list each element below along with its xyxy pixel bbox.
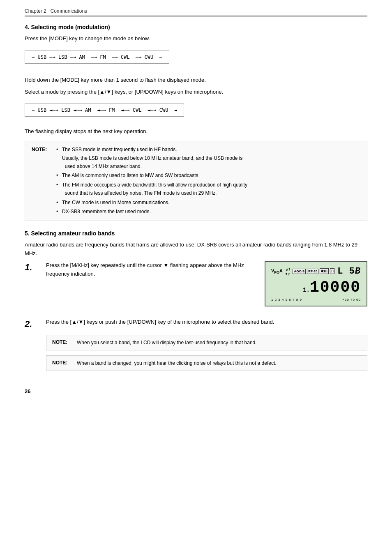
- lcd-mode-display: L 5B: [337, 266, 361, 276]
- step2-note1-text: When you select a band, the LCD will dis…: [77, 339, 257, 347]
- bidir-cwl: CWL: [129, 107, 144, 113]
- forward-flow-diagram: → USB —→ LSB —→ AM —→ FM —→ CWL —→ CWU —: [25, 51, 169, 64]
- bullet-dot-2: •: [56, 171, 60, 180]
- section4: 4. Selecting mode (modulation) Press the…: [25, 24, 367, 221]
- flow-lsb: LSB: [55, 54, 70, 60]
- mode-indicator: ■10: [320, 268, 328, 274]
- section4-title: 4. Selecting mode (modulation): [25, 24, 367, 30]
- bullet-dot-1: •: [56, 145, 60, 170]
- note-text-2: The AM is commonly used to listen to MW …: [62, 171, 200, 180]
- bidir-am: AM: [82, 107, 94, 113]
- note-box-row: NOTE: • The SSB mode is most frequently …: [32, 145, 360, 216]
- signal-lines: ┑┌: [286, 272, 290, 275]
- bidir-arr1: ◄—→: [49, 107, 58, 113]
- bidir-flow-row: → USB ◄—→ LSB ◄—→ AM ◄—→ FM ◄—→ CWL ◄—→ …: [32, 107, 177, 113]
- bidir-arr5: ◄—→: [145, 107, 157, 113]
- note-text-1: The SSB mode is most frequently used in …: [62, 145, 242, 170]
- flow-start-arrow: →: [32, 54, 35, 60]
- section-label: Communications: [46, 8, 87, 14]
- note-content: • The SSB mode is most frequently used i…: [56, 145, 247, 216]
- bidir-arr2: ◄—→: [73, 107, 82, 113]
- lcd-vfoa-label: VFOA: [271, 268, 283, 274]
- forward-flow-row: → USB —→ LSB —→ AM —→ FM —→ CWL —→ CWU —: [32, 54, 162, 60]
- note-bullet-4: • The CW mode is used in Morse communica…: [56, 198, 247, 207]
- lcd-signal-meter: ↙/ ┑┌: [286, 267, 290, 275]
- lcd-display: VFOA ↙/ ┑┌ AGC-S RF-20 ■10 □ L 5B: [265, 261, 367, 306]
- step2-note2-label: NOTE:: [52, 359, 70, 367]
- flow-arrow2: —→: [70, 54, 76, 60]
- note-text-3: The FM mode occcupies a wide bandwidth: …: [62, 181, 247, 198]
- section4-note-box: NOTE: • The SSB mode is most frequently …: [25, 141, 367, 221]
- select-instruction: Select a mode by pressing the [▲/▼] keys…: [25, 88, 367, 97]
- flow-arrow1: —→: [49, 54, 55, 60]
- page: Chapter 2 Communications 4. Selecting mo…: [0, 0, 392, 555]
- flow-am: AM: [76, 54, 88, 60]
- lcd-indicators-group: AGC-S RF-20 ■10 □: [293, 268, 334, 274]
- step2-note2: NOTE: When a band is changed, you might …: [46, 355, 367, 371]
- note-text-4: The CW mode is used in Morse communicati…: [62, 198, 169, 207]
- rf-att-label: RF-20: [307, 269, 318, 274]
- section5-intro: Amateur radio bands are frequency bands …: [25, 241, 367, 258]
- note-bullet-2: • The AM is commonly used to listen to M…: [56, 171, 247, 180]
- step2: 2. Press the [▲/▼] keys or push the [UP/…: [25, 318, 367, 376]
- step2-text: Press the [▲/▼] keys or push the [UP/DOW…: [46, 318, 367, 327]
- bidir-end: ◄: [171, 107, 177, 113]
- bidir-usb: USB: [35, 107, 49, 113]
- signal-arrows: ↙/: [286, 267, 290, 272]
- step2-note2-text: When a band is changed, you might hear t…: [77, 359, 277, 367]
- note-bullet-5: • DX-SR8 remembers the last used mode.: [56, 207, 247, 216]
- lcd-scale-numbers: 1 2 3 4 5 6 7 8 9: [271, 298, 302, 302]
- lcd-freq-prefix: 1.: [303, 287, 310, 293]
- flow-end: —: [157, 54, 162, 60]
- lcd-display-container: VFOA ↙/ ┑┌ AGC-S RF-20 ■10 □ L 5B: [265, 261, 367, 306]
- step2-content: Press the [▲/▼] keys or push the [UP/DOW…: [46, 318, 367, 376]
- page-number: 26: [25, 388, 30, 394]
- step2-number: 2.: [25, 319, 36, 329]
- flash-note: The flashing display stops at the next k…: [25, 127, 367, 136]
- flow-cwu: CWU: [141, 54, 156, 60]
- section4-intro: Press the [MODE] key to change the mode …: [25, 35, 367, 43]
- bidir-lsb: LSB: [58, 107, 73, 113]
- chapter-label: Chapter 2: [25, 8, 46, 14]
- step1-content: Press the [M/KHz] key repeatedly until t…: [46, 261, 255, 279]
- note-bullet-1: • The SSB mode is most frequently used i…: [56, 145, 247, 170]
- lcd-bottom-row: 1 2 3 4 5 6 7 8 9 +20 40 60: [271, 298, 361, 302]
- note-bullet-3: • The FM mode occcupies a wide bandwidth…: [56, 181, 247, 198]
- bidir-arr3: ◄—→: [94, 107, 106, 113]
- note-text-5: DX-SR8 remembers the last used mode.: [62, 207, 151, 216]
- section5: 5. Selecting amateur radio bands Amateur…: [25, 230, 367, 376]
- header-bar: Chapter 2 Communications: [25, 8, 367, 16]
- lcd-top-row: VFOA ↙/ ┑┌ AGC-S RF-20 ■10 □ L 5B: [271, 266, 361, 276]
- flow-arrow3: —→: [88, 54, 97, 60]
- flow-fm: FM: [97, 54, 109, 60]
- agc-label: AGC-S: [293, 269, 306, 274]
- step2-note1-label: NOTE:: [52, 339, 70, 347]
- note-label: NOTE:: [32, 145, 50, 216]
- bidir-flow-diagram: → USB ◄—→ LSB ◄—→ AM ◄—→ FM ◄—→ CWL ◄—→ …: [25, 104, 184, 117]
- bidir-cwu: CWU: [157, 107, 171, 113]
- step2-note1-row: NOTE: When you select a band, the LCD wi…: [52, 339, 361, 347]
- lcd-freq-main: 10000: [310, 280, 361, 295]
- step2-note1: NOTE: When you select a band, the LCD wi…: [46, 335, 367, 350]
- section5-title: 5. Selecting amateur radio bands: [25, 230, 367, 237]
- step1-number: 1.: [25, 262, 36, 273]
- flow-cwl: CWL: [118, 54, 133, 60]
- flow-arrow4: —→: [109, 54, 118, 60]
- hold-instruction: Hold down the [MODE] key more than 1 sec…: [25, 76, 367, 85]
- flow-usb: USB: [35, 54, 49, 60]
- bidir-start: →: [32, 107, 35, 113]
- bidir-fm: FM: [106, 107, 118, 113]
- step1-text: Press the [M/KHz] key repeatedly until t…: [46, 261, 255, 279]
- step2-note2-row: NOTE: When a band is changed, you might …: [52, 359, 361, 367]
- lcd-freq-row: 1. 10000: [271, 280, 361, 295]
- bullet-dot-5: •: [56, 207, 60, 216]
- att-indicator: □: [330, 268, 334, 274]
- bullet-dot-4: •: [56, 198, 60, 207]
- bidir-arr4: ◄—→: [118, 107, 130, 113]
- bullet-dot-3: •: [56, 181, 60, 198]
- flow-arrow5: —→: [133, 54, 142, 60]
- page-footer: 26: [25, 388, 367, 394]
- step1: 1. Press the [M/KHz] key repeatedly unti…: [25, 261, 367, 306]
- lcd-scale-db: +20 40 60: [342, 298, 361, 302]
